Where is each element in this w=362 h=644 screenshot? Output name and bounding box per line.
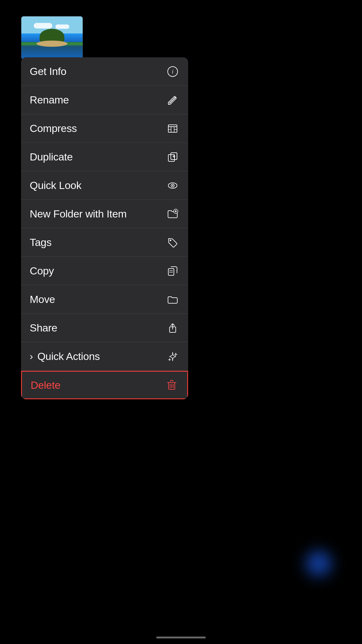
svg-point-15 [172, 185, 173, 186]
menu-item-new-folder-with-item[interactable]: New Folder with Item [21, 200, 188, 228]
menu-item-rename[interactable]: Rename [21, 86, 188, 114]
menu-item-tags[interactable]: Tags [21, 228, 188, 257]
info-icon: i [166, 65, 179, 78]
menu-item-duplicate[interactable]: Duplicate [21, 143, 188, 171]
duplicate-icon [166, 150, 179, 164]
blue-glow [300, 545, 337, 582]
context-menu: Get Info i Rename Compress [21, 57, 188, 399]
menu-item-quick-look[interactable]: Quick Look [21, 171, 188, 200]
quick-actions-left: › Quick Actions [30, 350, 100, 362]
copy-icon [166, 264, 179, 278]
svg-text:i: i [172, 68, 173, 75]
tag-icon [166, 236, 179, 249]
folder-plus-icon [166, 207, 179, 221]
menu-item-share[interactable]: Share [21, 314, 188, 342]
pencil-icon [166, 93, 179, 107]
svg-rect-20 [168, 269, 174, 275]
chevron-right-icon: › [30, 351, 33, 362]
menu-item-copy[interactable]: Copy [21, 257, 188, 285]
home-indicator [156, 637, 206, 638]
folder-icon [166, 293, 179, 306]
menu-item-get-info[interactable]: Get Info i [21, 57, 188, 86]
menu-item-compress[interactable]: Compress [21, 114, 188, 143]
menu-item-delete[interactable]: Delete [21, 371, 188, 399]
trash-icon [165, 378, 179, 392]
share-icon [166, 321, 179, 335]
sparkles-icon [166, 350, 179, 363]
menu-item-move[interactable]: Move [21, 285, 188, 314]
archive-icon [166, 122, 179, 135]
file-thumbnail [21, 16, 83, 59]
menu-item-quick-actions[interactable]: › Quick Actions [21, 342, 188, 371]
eye-icon [166, 179, 179, 192]
svg-point-19 [170, 239, 171, 241]
